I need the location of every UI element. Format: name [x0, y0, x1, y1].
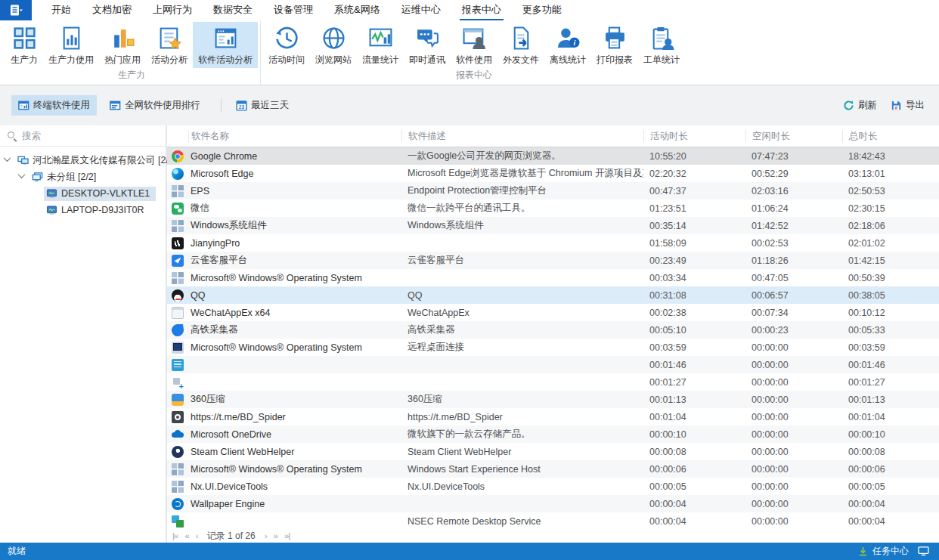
menu-item-1[interactable]: 文档加密	[90, 0, 134, 20]
chevron-down-icon[interactable]	[4, 154, 11, 162]
ribbon-button-traffic-chart[interactable]: 流量统计	[357, 22, 404, 68]
menu-item-7[interactable]: 报表中心	[460, 0, 504, 20]
winflag-icon	[172, 463, 184, 475]
cell-total-time: 00:00:04	[842, 516, 939, 527]
cell-software-name: EPS	[188, 186, 401, 196]
pager-fast-next-button[interactable]: »	[274, 532, 277, 541]
status-bar: 就绪 任务中心	[0, 543, 939, 560]
menu-item-8[interactable]: 更多功能	[520, 0, 564, 20]
tree-node-1[interactable]: 未分组 [2/2]	[0, 169, 166, 185]
table-row[interactable]: Windows系统组件Windows系统组件00:35:1401:42:5202…	[167, 217, 939, 234]
table-header: 软件名称软件描述活动时长空闲时长总时长	[167, 125, 939, 147]
ribbon-button-user-info[interactable]: i离线统计	[544, 22, 591, 68]
view-tab-1[interactable]: 全网软件使用排行	[103, 95, 207, 116]
ribbon-button-label: 软件活动分析	[198, 54, 253, 67]
menu-items: 开始文档加密上网行为数据安全设备管理系统&网络运维中心报表中心更多功能	[41, 0, 572, 20]
ribbon-button-clock-history[interactable]: 活动时间	[263, 22, 310, 68]
pager-fast-prev-button[interactable]: «	[184, 532, 188, 541]
ribbon-button-doc-star[interactable]: 活动分析	[146, 22, 193, 68]
software-icon-cell	[167, 307, 188, 319]
cell-software-name: JianyingPro	[188, 238, 401, 249]
table-row[interactable]: EPSEndpoint Protection管理控制平台00:47:3702:0…	[167, 182, 939, 200]
table-row[interactable]: 00:01:4600:00:0000:01:46	[167, 356, 939, 373]
column-header-0[interactable]: 软件名称	[188, 130, 401, 143]
date-filter-button[interactable]: 23最近三天	[229, 95, 296, 116]
pagination-bar: |« « ‹ 记录 1 of 26 › » »|	[167, 530, 939, 543]
ribbon-button-bar-chart[interactable]: 热门应用	[99, 22, 146, 68]
table-row[interactable]: WeChatAppEx x64WeChatAppEx00:02:3800:07:…	[167, 304, 939, 321]
menu-item-2[interactable]: 上网行为	[150, 0, 194, 20]
search-input[interactable]	[22, 131, 159, 141]
menu-item-0[interactable]: 开始	[49, 0, 73, 20]
wechatx-icon	[172, 307, 184, 319]
app-menu-button[interactable]	[0, 0, 32, 20]
monitor-icon[interactable]	[918, 546, 929, 556]
menu-item-3[interactable]: 数据安全	[211, 0, 255, 20]
column-header-3[interactable]: 空闲时长	[745, 130, 842, 143]
software-icon-cell	[167, 203, 188, 215]
tree-node-3[interactable]: LAPTOP-D9J3IT0R	[0, 202, 166, 218]
pager-prev-button[interactable]: ‹	[196, 532, 198, 541]
ribbon-button-window-user[interactable]: 软件使用	[451, 22, 497, 68]
table-row[interactable]: 云雀客服平台云雀客服平台00:23:4901:18:2601:42:15	[167, 252, 939, 269]
table-row[interactable]: 360压缩360压缩00:01:1300:00:0000:01:13	[167, 391, 939, 408]
export-button[interactable]: 导出	[888, 95, 928, 116]
menu-item-5[interactable]: 系统&网络	[332, 0, 383, 20]
table-row[interactable]: Microsoft® Windows® Operating SystemWind…	[167, 460, 939, 478]
software-icon-cell	[167, 515, 188, 528]
cell-software-description: Steam Client WebHelper	[401, 447, 643, 457]
pager-first-button[interactable]: |«	[172, 532, 178, 541]
table-row[interactable]: Microsoft® Windows® Operating System远程桌面…	[167, 339, 939, 356]
table-row[interactable]: Google Chrome一款Google公司开发的网页浏览器。10:55:20…	[167, 147, 939, 165]
tree-node-0[interactable]: 河北瀚星辰文化传媒有限公司 [2/2]	[0, 152, 166, 169]
table-row[interactable]: Nx.UI.DeviceToolsNx.UI.DeviceTools00:00:…	[167, 478, 939, 495]
cell-idle-time: 00:00:23	[745, 325, 842, 336]
content-area: 河北瀚星辰文化传媒有限公司 [2/2]未分组 [2/2]DESKTOP-VLKT…	[0, 125, 939, 543]
cell-active-time: 00:02:38	[643, 308, 745, 318]
table-row[interactable]: Microsoft OneDrive微软旗下的一款云存储产品。00:00:100…	[167, 425, 939, 443]
status-text: 就绪	[8, 545, 26, 558]
ribbon-button-doc-export[interactable]: 外发文件	[497, 22, 544, 68]
table-row[interactable]: Wallpaper Engine00:00:0400:00:0000:00:04	[167, 495, 939, 512]
tree-node-2[interactable]: DESKTOP-VLKTLE1	[0, 185, 166, 202]
table-row[interactable]: Microsoft® Windows® Operating System00:0…	[167, 269, 939, 286]
table-row[interactable]: JianyingPro01:58:0900:02:5302:01:02	[167, 234, 939, 252]
ribbon-button-doc-chart[interactable]: 生产力使用	[43, 22, 99, 68]
ribbon-button-grid[interactable]: 生产力	[5, 22, 43, 68]
qq-icon	[172, 289, 184, 302]
table-row[interactable]: NSEC Remote Desktop Service00:00:0400:00…	[167, 512, 939, 530]
refresh-button[interactable]: 刷新	[840, 95, 880, 116]
app-menu-icon	[8, 3, 23, 18]
ribbon-button-window-chart[interactable]: 软件活动分析	[193, 22, 258, 68]
cell-software-name: Microsoft Edge	[188, 169, 401, 179]
menu-item-4[interactable]: 设备管理	[271, 0, 315, 20]
table-row[interactable]: Steam Client WebHelperSteam Client WebHe…	[167, 443, 939, 460]
chevron-down-icon[interactable]	[18, 171, 26, 178]
cell-software-name: Steam Client WebHelper	[188, 447, 401, 457]
column-header-1[interactable]: 软件描述	[401, 130, 643, 143]
ribbon-button-clipboard-user[interactable]: 工单统计	[638, 22, 685, 68]
table-row[interactable]: QQQQ00:31:0800:06:5700:38:05	[167, 286, 939, 304]
table-row[interactable]: 00:01:2700:00:0000:01:27	[167, 373, 939, 391]
table-row[interactable]: 微信微信一款跨平台的通讯工具。01:23:5101:06:2402:30:15	[167, 200, 939, 217]
view-tab-0[interactable]: 终端软件使用	[11, 95, 97, 116]
telegram-dark-icon	[172, 411, 184, 423]
lark-icon	[172, 255, 184, 267]
ribbon-button-chat-bubbles[interactable]: 即时通讯	[404, 22, 451, 68]
column-header-2[interactable]: 活动时长	[643, 130, 745, 143]
table-row[interactable]: Microsoft EdgeMicrosoft Edge浏览器是微软基于 Chr…	[167, 165, 939, 182]
pager-last-button[interactable]: »|	[284, 532, 290, 541]
ribbon-button-printer[interactable]: 打印报表	[591, 22, 638, 68]
cell-total-time: 00:00:10	[842, 429, 939, 440]
column-header-4[interactable]: 总时长	[842, 130, 939, 143]
menu-item-6[interactable]: 运维中心	[399, 0, 443, 20]
table-row[interactable]: 高铁采集器高铁采集器00:05:1000:00:2300:05:33	[167, 321, 939, 339]
task-center-label[interactable]: 任务中心	[872, 545, 909, 558]
cell-software-name: 微信	[188, 202, 401, 215]
tree-node-label: 未分组 [2/2]	[47, 171, 96, 184]
search-bar	[0, 125, 166, 147]
table-row[interactable]: https://t.me/BD_Spiderhttps://t.me/BD_Sp…	[167, 408, 939, 425]
ribbon-button-label: 生产力	[11, 54, 38, 67]
pager-next-button[interactable]: ›	[265, 532, 267, 541]
ribbon-button-globe[interactable]: 浏览网站	[310, 22, 357, 68]
